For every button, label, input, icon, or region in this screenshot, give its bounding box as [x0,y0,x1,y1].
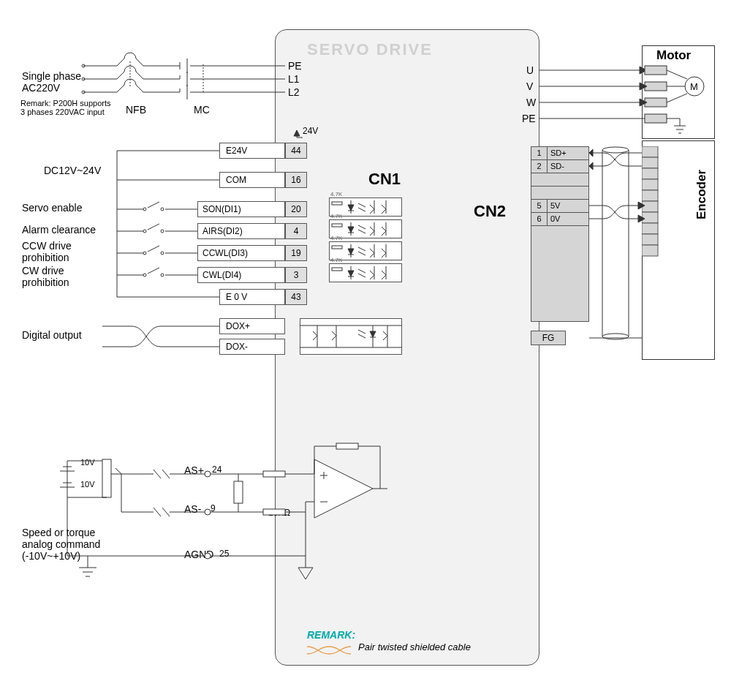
cwl-terminal: CWL(DI4) [197,267,285,283]
doxplus-terminal: DOX+ [219,318,285,334]
svg-line-56 [148,202,159,208]
e24v-terminal: E24V [219,143,285,159]
analog-cmd-label: Speed or torque analog command (-10V~+10… [22,527,100,562]
cn2-0v: 0V [548,213,588,225]
cn2-sd+: SD+ [548,147,588,159]
di1-label: Servo enable [22,202,83,214]
motor-title: Motor [656,48,691,63]
cn1-label: CN1 [368,170,401,189]
svg-point-70 [143,274,146,276]
svg-point-168 [602,334,629,339]
svg-point-62 [161,230,164,233]
cn2-label: CN2 [474,202,506,221]
agnd-label: AGND [184,549,213,560]
w-terminal: W [526,97,536,108]
doxminus-terminal: DOX- [219,339,285,355]
power-input-label: Single phase AC220V [22,70,81,94]
u-terminal: U [526,64,534,76]
svg-point-98 [205,509,211,515]
motor-symbol: M [690,81,698,92]
l2-terminal: L2 [288,86,300,98]
asplus-label: AS+ [184,464,204,476]
svg-line-71 [148,268,159,274]
fg-terminal: FG [531,331,566,345]
opto4 [329,263,402,282]
svg-point-72 [161,274,164,276]
svg-point-3 [82,78,85,80]
asminus-pin: 9 [211,503,216,513]
cn2-pin6: 6 [531,213,548,225]
svg-point-67 [161,252,164,255]
encoder-wiring [589,146,645,351]
e0v-pin: 43 [285,289,307,305]
digital-output-label: Digital output [22,329,82,341]
son-terminal: SON(DI1) [197,201,285,217]
svg-line-61 [148,224,159,230]
svg-point-65 [143,252,146,255]
ccwl-pin: 19 [285,245,307,261]
pe-terminal: PE [288,60,302,72]
v-terminal: V [526,80,533,92]
cn2-pin5: 5 [531,200,548,212]
cwl-pin: 3 [285,267,307,283]
asminus-label: AS- [184,503,201,515]
svg-point-94 [205,471,211,477]
servo-drive-title: SERVO DRIVE [307,40,433,59]
svg-rect-88 [102,459,111,497]
power-input-remark: Remark: P200H supports 3 phases 220VAC i… [20,99,111,116]
asplus-pin: 24 [212,464,221,475]
encoder-title: Encoder [694,170,709,219]
svg-point-5 [82,91,85,94]
dox-opto [300,318,402,355]
svg-point-1 [82,64,85,67]
son-pin: 20 [285,201,307,217]
opto-4k7-3: 4.7K [330,235,342,241]
airs-terminal: AIRS(DI2) [197,223,285,239]
mc-label: MC [194,104,210,116]
opto-4k7-2: 4.7K [330,213,342,219]
resistor-10k: 10KΩ [268,508,290,518]
svg-rect-110 [234,481,243,503]
svg-point-60 [143,230,146,233]
svg-line-66 [148,246,159,252]
cn2-pin2: 2 [531,160,548,173]
pe2-terminal: PE [522,113,536,124]
v10-top: 10V [80,458,95,467]
v24-label: 24V [303,126,318,136]
agnd-pin: 25 [219,549,229,559]
remark-label: REMARK: [307,629,355,641]
e24v-pin: 44 [285,143,307,159]
opto-4k7-4: 4.7K [330,257,342,263]
e0v-terminal: E 0 V [219,289,285,305]
com-terminal: COM [219,172,285,188]
cn2-block: 1SD+ 2SD- 55V 60V [531,146,589,322]
airs-pin: 4 [285,223,307,239]
l1-terminal: L1 [288,73,300,85]
com-pin: 16 [285,172,307,188]
cn2-pin1: 1 [531,147,548,159]
di3-label: CCW drive prohibition [22,240,72,263]
di4-label: CW drive prohibition [22,265,69,288]
remark-text: Pair twisted shielded cable [358,641,471,652]
cn2-sd-: SD- [548,160,588,173]
di2-label: Alarm clearance [22,224,96,236]
dc-supply-label: DC12V~24V [44,165,101,176]
svg-point-57 [161,208,164,211]
svg-point-165 [602,147,629,153]
nfb-label: NFB [126,104,146,116]
v10-bot: 10V [80,480,95,489]
cn2-5v: 5V [548,200,588,212]
ccwl-terminal: CCWL(DI3) [197,245,285,261]
svg-point-55 [143,208,146,211]
opto-4k7-1: 4.7K [330,191,342,197]
